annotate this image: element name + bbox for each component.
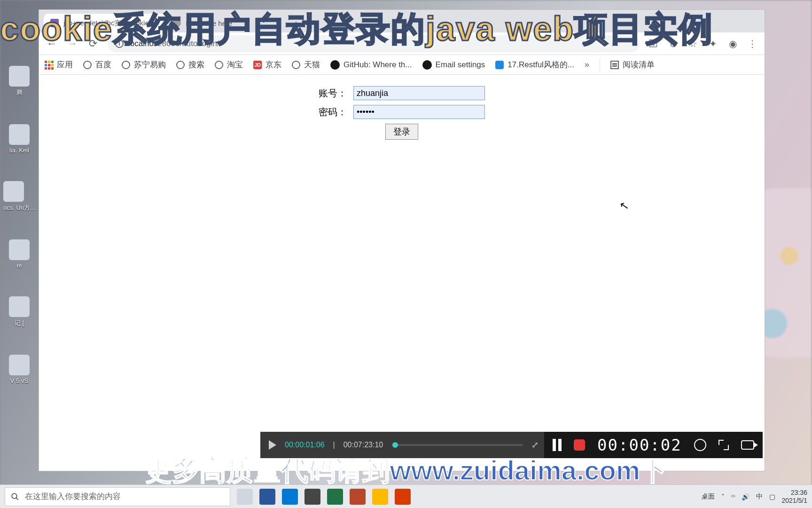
reload-button[interactable]: ⟳	[87, 38, 99, 50]
profile-avatar-icon[interactable]: ◉	[727, 38, 738, 49]
tab-title: Insert title here	[186, 19, 232, 27]
reading-list-button[interactable]: 阅读清单	[610, 59, 655, 70]
new-tab-button[interactable]: +	[288, 16, 304, 32]
tab-title: jsp+servlet+jdbc实现cookie	[63, 19, 149, 28]
record-elapsed: 00:00:02	[597, 436, 682, 454]
back-button[interactable]: ←	[46, 38, 58, 50]
camera-icon[interactable]	[741, 440, 754, 450]
tray-volume-icon[interactable]: 🔊	[742, 493, 750, 500]
taskbar: 在这里输入你要搜索的内容 桌面 ˄ ⌔ 🔊 中 ▢ 23:36 2021/5/1	[0, 484, 812, 508]
desktop-icon[interactable]: 腾	[9, 66, 30, 97]
total-time: 00:07:23:10	[344, 441, 383, 449]
globe-icon	[83, 61, 92, 69]
bookmark-star-icon[interactable]: ☆	[687, 38, 699, 49]
tab-strip: jsp+servlet+jdbc实现cookie × Insert title …	[39, 10, 765, 32]
desktop-icon[interactable]: lia. Keil	[9, 124, 30, 154]
play-button[interactable]	[269, 440, 276, 450]
pip-icon[interactable]: ⤢	[531, 440, 539, 450]
password-label: 密码：	[316, 103, 350, 121]
password-key-icon[interactable]: ⚿	[648, 38, 659, 49]
time-sep: |	[333, 441, 335, 449]
tray-wifi-icon[interactable]: ⌔	[731, 493, 735, 500]
bookmark-apps[interactable]: 应用	[45, 59, 73, 70]
site-info-icon[interactable]: i	[115, 40, 124, 48]
svg-line-1	[16, 498, 18, 500]
mouse-cursor-icon: ↖	[618, 198, 630, 213]
tray-ime-icon[interactable]: 中	[756, 492, 763, 501]
apps-icon	[45, 61, 53, 69]
menu-dots-icon[interactable]: ⋮	[747, 38, 758, 49]
close-icon[interactable]: ×	[276, 18, 281, 28]
bookmark-item[interactable]: JD京东	[253, 59, 281, 70]
desktop-icon[interactable]: V 5 vS	[9, 355, 30, 384]
globe-icon	[122, 61, 130, 69]
progress-thumb[interactable]	[392, 442, 398, 448]
github-icon	[422, 60, 432, 70]
favicon-icon	[50, 19, 59, 27]
github-icon	[330, 60, 340, 70]
login-form: 账号： 密码： 登录	[282, 83, 522, 143]
screenshot-icon[interactable]	[694, 439, 706, 451]
address-bar[interactable]: i localhost:8080/autoLogin/	[108, 35, 640, 52]
account-input[interactable]	[353, 86, 485, 100]
site-icon	[495, 61, 504, 69]
bookmark-item[interactable]: GitHub: Where th...	[330, 60, 412, 70]
svg-point-0	[12, 493, 17, 499]
search-placeholder: 在这里输入你要搜索的内容	[25, 491, 121, 502]
url-text: localhost:8080/autoLogin/	[128, 39, 219, 48]
tray-battery-icon[interactable]: ▢	[769, 493, 775, 500]
stop-record-button[interactable]	[574, 439, 585, 451]
bookmark-item[interactable]: 17.Restful风格的...	[495, 59, 574, 70]
clock-date: 2021/5/1	[782, 497, 808, 505]
taskbar-app-icon[interactable]	[327, 489, 343, 505]
account-label: 账号：	[316, 84, 350, 102]
fullscreen-icon[interactable]	[718, 440, 729, 450]
bookmark-item[interactable]: 淘宝	[215, 59, 243, 70]
taskbar-app-icon[interactable]	[282, 489, 298, 505]
video-player-bar: 00:00:01:06 | 00:07:23:10 ⤢	[260, 432, 547, 458]
desktop-icon[interactable]: re	[9, 239, 30, 269]
bookmark-item[interactable]: 搜索	[176, 59, 204, 70]
taskbar-clock[interactable]: 23:36 2021/5/1	[782, 489, 808, 505]
bookmark-item[interactable]: Email settings	[422, 60, 485, 70]
bookmark-item[interactable]: 苏宁易购	[122, 59, 166, 70]
desktop-icons-column: 腾 lia. Keil ocs. Un方... re 记 [ V 5 vS	[0, 66, 39, 384]
zoom-icon[interactable]: ⊕	[668, 38, 679, 49]
login-button[interactable]: 登录	[385, 124, 418, 140]
globe-icon	[292, 61, 300, 69]
bookmarks-overflow-button[interactable]: »	[585, 60, 589, 70]
pause-button[interactable]	[553, 439, 562, 451]
progress-track[interactable]	[391, 444, 523, 446]
tab-inactive[interactable]: Insert title here ×	[166, 14, 288, 32]
desktop-icon[interactable]: 记 [	[9, 296, 30, 327]
taskbar-app-icon[interactable]	[304, 489, 320, 505]
tab-active[interactable]: jsp+servlet+jdbc实现cookie ×	[44, 14, 166, 32]
page-viewport: 账号： 密码： 登录 ↖	[39, 75, 765, 471]
separator	[600, 59, 600, 71]
favicon-icon	[172, 19, 181, 27]
jd-icon: JD	[253, 61, 262, 69]
screen-recorder-bar: 00:00:02	[544, 432, 763, 458]
forward-button[interactable]: →	[66, 38, 78, 50]
taskbar-app-icon[interactable]	[395, 489, 411, 505]
bookmark-item[interactable]: 百度	[83, 59, 111, 70]
tray-desktop-label[interactable]: 桌面	[702, 492, 715, 501]
globe-icon	[176, 61, 185, 69]
extensions-icon[interactable]: ✦	[707, 38, 718, 49]
current-time: 00:00:01:06	[285, 441, 325, 449]
browser-window: jsp+servlet+jdbc实现cookie × Insert title …	[39, 9, 765, 471]
task-view-icon[interactable]	[237, 489, 253, 505]
tray-chevron-icon[interactable]: ˄	[721, 493, 725, 500]
taskbar-app-icon[interactable]	[372, 489, 388, 505]
search-icon	[11, 492, 19, 501]
close-icon[interactable]: ×	[154, 18, 159, 28]
globe-icon	[215, 61, 223, 69]
clock-time: 23:36	[782, 489, 808, 497]
taskbar-search[interactable]: 在这里输入你要搜索的内容	[5, 487, 230, 506]
taskbar-app-icon[interactable]	[350, 489, 366, 505]
desktop-icon[interactable]: ocs. Un方...	[3, 181, 35, 212]
taskbar-app-icon[interactable]	[259, 489, 275, 505]
bookmark-item[interactable]: 天猫	[292, 59, 320, 70]
bookmarks-bar: 应用 百度 苏宁易购 搜索 淘宝 JD京东 天猫 GitHub: Where t…	[39, 55, 765, 75]
password-input[interactable]	[353, 105, 485, 119]
